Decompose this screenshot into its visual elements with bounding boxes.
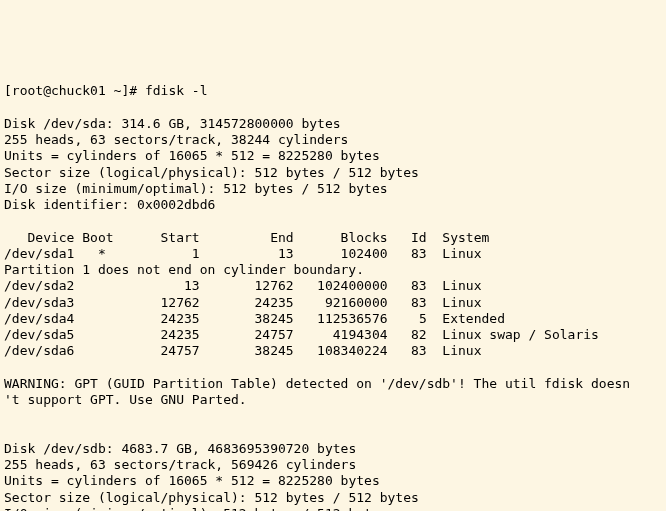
geometry-sdb: 255 heads, 63 sectors/track, 569426 cyli… [4,457,356,472]
table-row: /dev/sda3 12762 24235 92160000 83 Linux [4,295,482,310]
units-sdb: Units = cylinders of 16065 * 512 = 82252… [4,473,380,488]
sector-size-sda: Sector size (logical/physical): 512 byte… [4,165,419,180]
table-header: Device Boot Start End Blocks Id System [4,230,489,245]
geometry-sda: 255 heads, 63 sectors/track, 38244 cylin… [4,132,348,147]
units-sda: Units = cylinders of 16065 * 512 = 82252… [4,148,380,163]
table-row: /dev/sda2 13 12762 102400000 83 Linux [4,278,482,293]
terminal-output: [root@chuck01 ~]# fdisk -l Disk /dev/sda… [0,81,666,511]
table-row: /dev/sda5 24235 24757 4194304 82 Linux s… [4,327,599,342]
table-row: /dev/sda4 24235 38245 112536576 5 Extend… [4,311,505,326]
boundary-note: Partition 1 does not end on cylinder bou… [4,262,364,277]
prompt-line[interactable]: [root@chuck01 ~]# fdisk -l [4,83,208,98]
disk-header-sdb: Disk /dev/sdb: 4683.7 GB, 4683695390720 … [4,441,356,456]
io-size-sdb: I/O size (minimum/optimal): 512 bytes / … [4,506,388,511]
table-row: /dev/sda6 24757 38245 108340224 83 Linux [4,343,482,358]
disk-id-sda: Disk identifier: 0x0002dbd6 [4,197,215,212]
disk-header-sda: Disk /dev/sda: 314.6 GB, 314572800000 by… [4,116,341,131]
table-row: /dev/sda1 * 1 13 102400 83 Linux [4,246,482,261]
sector-size-sdb: Sector size (logical/physical): 512 byte… [4,490,419,505]
command: fdisk -l [145,83,208,98]
gpt-warning: WARNING: GPT (GUID Partition Table) dete… [4,376,630,407]
io-size-sda: I/O size (minimum/optimal): 512 bytes / … [4,181,388,196]
